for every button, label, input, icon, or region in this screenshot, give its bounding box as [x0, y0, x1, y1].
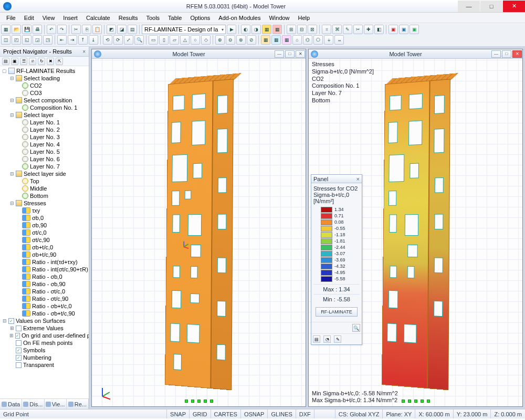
- tb-tool-icon[interactable]: ⌂: [292, 35, 302, 45]
- navigator-tree[interactable]: ▢RF-LAMINATE Results ⊟Select loading CO2…: [0, 66, 89, 398]
- tb-save-icon[interactable]: 💾: [22, 25, 32, 34]
- tree-item[interactable]: Bottom: [30, 193, 48, 199]
- status-toggle-glines[interactable]: GLINES: [267, 410, 295, 418]
- nav-tab-results[interactable]: Re...: [67, 399, 89, 409]
- color-panel[interactable]: Panel × Stresses for CO2 Sigma-b+t/c,0 […: [311, 174, 362, 345]
- tree-item[interactable]: Layer No. 6: [30, 156, 60, 162]
- tree-item[interactable]: Ratio - σb,0: [32, 274, 62, 280]
- stress-icon[interactable]: [22, 310, 30, 317]
- tb-tool-icon[interactable]: ⏚: [324, 35, 333, 45]
- tree-item[interactable]: On grid and user-defined p: [22, 332, 89, 339]
- status-toggle-grid[interactable]: GRID: [189, 410, 211, 418]
- view-maximize-button[interactable]: □: [502, 50, 511, 58]
- menu-window[interactable]: Window: [266, 14, 292, 22]
- tree-item[interactable]: Layer No. 2: [30, 127, 60, 133]
- tb-tool-icon[interactable]: ⌗: [322, 25, 331, 34]
- view-close-button[interactable]: ✕: [296, 50, 305, 58]
- radio-icon[interactable]: [22, 149, 28, 155]
- tb-tool-icon[interactable]: ⊖: [226, 35, 235, 45]
- tb-tool-icon[interactable]: ⊗: [236, 35, 246, 45]
- stress-icon[interactable]: [22, 303, 30, 309]
- menu-edit[interactable]: Edit: [21, 14, 37, 22]
- panel-module-button[interactable]: RF-LAMINATE: [316, 307, 358, 317]
- tb-print-icon[interactable]: 🖶: [33, 25, 42, 34]
- menu-file[interactable]: File: [3, 14, 19, 22]
- view-maximize-button[interactable]: □: [285, 50, 295, 58]
- tb-new-icon[interactable]: ▦: [1, 25, 10, 34]
- tb-tool-icon[interactable]: ▭: [149, 35, 158, 45]
- tree-item[interactable]: Transparent: [23, 362, 54, 368]
- radio-selected-icon[interactable]: [22, 163, 28, 170]
- tb-tool-icon[interactable]: ▱: [170, 35, 179, 45]
- menu-addonmodules[interactable]: Add-on Modules: [215, 14, 264, 22]
- checkbox-checked-icon[interactable]: ✓: [16, 348, 22, 353]
- module-combo[interactable]: RF-LAMINATE - Design of la: [142, 25, 226, 34]
- tb-tool-icon[interactable]: ✂: [353, 25, 363, 34]
- tree-item[interactable]: Ratio - σb+t/c,0: [32, 303, 72, 309]
- window-maximize-button[interactable]: □: [480, 1, 502, 12]
- stress-icon[interactable]: [22, 266, 30, 272]
- tree-item[interactable]: σb+t/c,0: [32, 244, 53, 250]
- tree-item[interactable]: σb,90: [32, 222, 47, 228]
- tb-tool-icon[interactable]: ⊞: [287, 25, 296, 34]
- tb-tool-icon[interactable]: ▦: [272, 25, 282, 34]
- tree-item[interactable]: Ratio - σt/c,0: [32, 288, 65, 295]
- radio-selected-icon[interactable]: [22, 193, 28, 199]
- tb-tool-icon[interactable]: ◐: [241, 25, 250, 34]
- stress-icon[interactable]: [22, 222, 30, 228]
- tb-tool-icon[interactable]: ▦: [271, 35, 281, 45]
- tb-tool-icon[interactable]: ◑: [251, 25, 261, 34]
- panel-tab-icon[interactable]: ✎: [334, 335, 341, 343]
- tree-item[interactable]: σb+t/c,90: [32, 251, 56, 258]
- stress-icon[interactable]: [22, 274, 30, 280]
- tb-tool-icon[interactable]: △: [180, 35, 190, 45]
- nav-tool-icon[interactable]: ✖: [47, 58, 54, 65]
- tb-tool-icon[interactable]: ▦: [282, 35, 291, 45]
- panel-close-icon[interactable]: ×: [356, 176, 360, 182]
- tb-cut-icon[interactable]: ✂: [71, 25, 81, 34]
- tree-item[interactable]: Ratio - σb+t/c,90: [32, 310, 75, 317]
- radio-icon[interactable]: [22, 141, 28, 148]
- tb-redo-icon[interactable]: ↷: [57, 25, 67, 34]
- menu-results[interactable]: Results: [116, 14, 141, 22]
- tree-item[interactable]: Top: [30, 178, 39, 184]
- tree-item[interactable]: Ratio - σt/c,90: [32, 296, 68, 302]
- stress-icon[interactable]: [22, 237, 30, 243]
- tb-tool-icon[interactable]: ⟲: [103, 35, 112, 45]
- tb-tool-icon[interactable]: ◧: [374, 25, 384, 34]
- tb-tool-icon[interactable]: ⟳: [113, 35, 123, 45]
- tb-tool-icon[interactable]: ⎔: [313, 35, 323, 45]
- radio-icon[interactable]: [22, 156, 28, 162]
- panel-zoom-icon[interactable]: 🔍: [352, 324, 360, 332]
- tb-go-icon[interactable]: ▶: [227, 25, 236, 34]
- tb-tool-icon[interactable]: ◰: [12, 35, 21, 45]
- menu-help[interactable]: Help: [295, 14, 313, 22]
- checkbox-checked-icon[interactable]: ✓: [15, 333, 20, 339]
- stress-icon[interactable]: [22, 259, 30, 265]
- menu-options[interactable]: Options: [187, 14, 213, 22]
- tb-tool-icon[interactable]: ▣: [410, 25, 419, 34]
- tree-item[interactable]: Layer No. 1: [30, 119, 60, 125]
- tree-item[interactable]: σb,0: [32, 215, 44, 221]
- tree-item[interactable]: Ratio - int(σt/c,90+τR): [32, 266, 88, 272]
- status-toggle-snap[interactable]: SNAP: [166, 410, 189, 418]
- tb-tool-icon[interactable]: ◱: [22, 35, 32, 45]
- nav-tab-views[interactable]: Vie...: [45, 399, 67, 409]
- tb-tool-icon[interactable]: ⤓: [89, 35, 98, 45]
- stress-icon[interactable]: [22, 207, 30, 214]
- tree-item[interactable]: σt/c,0: [32, 229, 47, 236]
- tree-section[interactable]: Select loading: [24, 75, 60, 81]
- stress-icon[interactable]: [22, 244, 30, 250]
- tb-tool-icon[interactable]: ⊘: [247, 35, 256, 45]
- view-left-canvas[interactable]: [92, 59, 306, 406]
- tree-item[interactable]: Symbols: [23, 347, 45, 353]
- radio-icon[interactable]: [22, 119, 28, 125]
- tb-tool-icon[interactable]: ▯: [159, 35, 169, 45]
- radio-icon[interactable]: [22, 90, 28, 96]
- menu-table[interactable]: Table: [165, 14, 185, 22]
- tb-tool-icon[interactable]: ◫: [1, 35, 10, 45]
- menu-insert[interactable]: Insert: [60, 14, 81, 22]
- tb-tool-icon[interactable]: ⇤: [57, 35, 67, 45]
- tb-tool-icon[interactable]: ▤: [128, 25, 137, 34]
- stress-icon[interactable]: [22, 296, 30, 302]
